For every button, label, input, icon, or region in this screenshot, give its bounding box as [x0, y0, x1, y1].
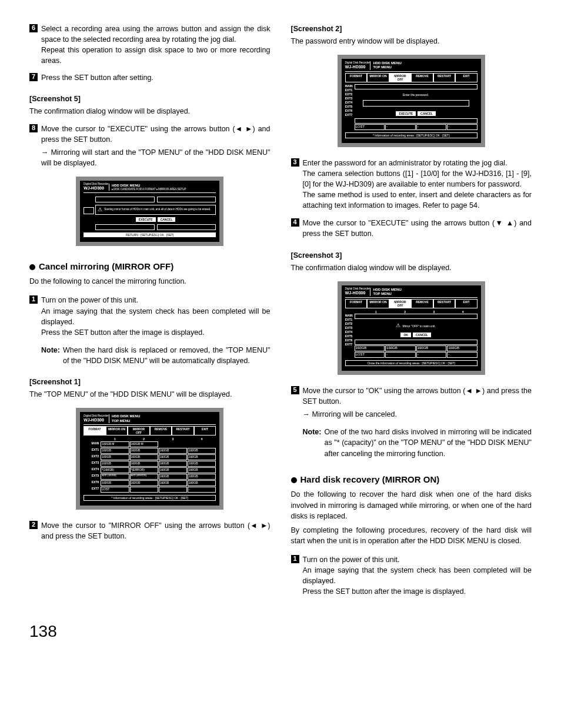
screenshot-1-desc: The "TOP MENU" of the "HDD DISK MENU" wi…	[29, 389, 271, 400]
cancel-step-1: 1 Turn on the power of this unit. An ima…	[29, 295, 271, 366]
recovery-p1: Do the following to recover the hard dis…	[291, 489, 532, 521]
screenshot-5-desc: The confirmation dialog window will be d…	[29, 106, 271, 117]
step3-b: The camera selection buttons ([1] - [10/…	[303, 169, 532, 188]
cancel-button[interactable]: CANCEL	[418, 111, 436, 116]
model-label: WJ-HD300	[345, 291, 368, 295]
arrow-left-right-icon: ◄ ►	[465, 387, 482, 395]
note-label: Note:	[303, 427, 322, 458]
mirror-off-msg: Mirror "OFF" in main unit.	[402, 324, 435, 328]
step-5: 5 Move the cursor to "OK" using the arro…	[291, 385, 532, 459]
note-body: One of the two hard disks involved in mi…	[324, 427, 532, 458]
step-number-badge: 2	[29, 521, 38, 529]
right-column: [Screenshot 2] The password entry window…	[291, 24, 532, 602]
recovery-step-1: 1 Turn on the power of this unit. An ima…	[291, 554, 532, 597]
c-step1-c: Press the SET button after the image is …	[41, 328, 205, 337]
bullet-icon	[291, 477, 297, 483]
r-step1-c: Press the SET button after the image is …	[303, 587, 466, 596]
execute-button[interactable]: EXECUTE	[396, 111, 416, 116]
footer-bar: * Information of recording areas : [SETU…	[345, 132, 477, 138]
menu-line-2: TOP MENU	[373, 65, 401, 69]
model-label: WJ-HD300	[84, 418, 106, 423]
step5-a: Move the cursor to "OK" using the arrows…	[303, 387, 466, 395]
ui-screenshot-password: Digital Disk Recorder WJ-HD300 HDD DISK …	[338, 55, 485, 147]
password-field[interactable]	[363, 100, 469, 107]
screenshot-2-label: [Screenshot 2]	[291, 24, 532, 34]
page-number: 138	[29, 620, 532, 644]
screenshot-3-label: [Screenshot 3]	[291, 250, 532, 261]
cancel-button[interactable]: CANCEL	[413, 333, 431, 337]
step-7-text: Press the SET button after setting.	[41, 74, 153, 82]
step3-a: Enter the password for an administrator …	[303, 159, 507, 167]
tab-restart[interactable]: RESTART	[172, 426, 194, 436]
screenshot-1-label: [Screenshot 1]	[29, 377, 271, 387]
menu-line-2: TOP MENU	[373, 292, 401, 296]
step-7: 7 Press the SET button after setting.	[29, 72, 271, 83]
arrow-down-up-icon: ▼ ▲	[495, 219, 514, 227]
arrow-left-right-icon: ◄ ►	[250, 521, 268, 530]
execute-button[interactable]: EXECUTE	[136, 217, 156, 222]
step-8-text-a: Move the cursor to "EXECUTE" using the a…	[41, 125, 235, 133]
step-number-badge: 8	[29, 124, 38, 132]
screenshot-3-desc: The confirmation dialog window will be d…	[291, 262, 532, 273]
warning-icon: ⚠	[396, 323, 400, 329]
ok-button[interactable]: OK	[400, 333, 411, 337]
note-label: Note:	[41, 345, 60, 366]
password-prompt: Enter the password.	[357, 93, 475, 97]
arrow-left-right-icon: ◄ ►	[235, 125, 253, 133]
menu-line-2: TOP MENU	[112, 419, 140, 423]
step-number-badge: 7	[29, 73, 38, 81]
footer-bar: Close the information of recording areas…	[345, 360, 477, 366]
ui-screenshot-top-menu: Digital Disk Recorder WJ-HD300 HDD DISK …	[76, 408, 223, 509]
bullet-icon	[29, 264, 35, 270]
c-step1-a: Turn on the power of this unit.	[41, 296, 138, 304]
screenshot-5-label: [Screenshot 5]	[29, 94, 271, 104]
footer-bar: * Information of recording areas : [SETU…	[84, 495, 216, 501]
menu-line-1: HDD DISK MENU	[112, 414, 140, 418]
r-step1-a: Turn on the power of this unit.	[303, 556, 400, 564]
menu-line-1: HDD DISK MENU	[112, 184, 186, 188]
tab-remove[interactable]: REMOVE	[150, 426, 172, 436]
tab-exit[interactable]: EXIT	[194, 426, 216, 436]
note-body: When the hard disk is replaced or remove…	[63, 345, 271, 366]
c-step2-a: Move the cursor to "MIRROR OFF" using th…	[41, 521, 250, 530]
hard-disk-recovery-heading: Hard disk recovery (MIRROR ON)	[291, 473, 532, 486]
step-number-badge: 1	[291, 555, 299, 563]
ui-screenshot-mirror-setup: Digital Disk Recorder WJ-HD300 HDD DISK …	[76, 177, 223, 245]
step5-result: → Mirroring will be canceled.	[303, 409, 532, 420]
cancel-button[interactable]: CANCEL	[158, 217, 176, 222]
cancel-mirroring-intro: Do the following to cancel the mirroring…	[29, 276, 271, 287]
menu-line-2: ▸DISK CANDIDATE FOR A FORMAT ▸MIRROR ARE…	[112, 188, 186, 191]
step-6-text-a: Select a recording area using the arrows…	[41, 25, 271, 44]
step-8-result: → Mirroring will start and the "TOP MENU…	[41, 147, 271, 168]
model-label: WJ-HD300	[345, 65, 368, 69]
step3-c: The same method is used to enter, insert…	[303, 191, 532, 210]
cancel-step-2: 2 Move the cursor to "MIRROR OFF" using …	[29, 520, 271, 541]
ui-screenshot-mirror-off-confirm: Digital Disk Recorder WJ-HD300 HDD DISK …	[338, 281, 485, 375]
step-4: 4 Move the cursor to "EXECUTE" using the…	[291, 218, 532, 239]
cancel-mirroring-heading: Cancel mirroring (MIRROR OFF)	[29, 260, 271, 273]
step-number-badge: 3	[291, 158, 299, 167]
step-6-text-b: Repeat this operation to assign disk spa…	[41, 46, 271, 65]
disk-table: 1 2 3 4 MAIN160GB M160GB M EXT1160GB160G…	[84, 437, 216, 493]
recovery-p2: By completing the following procedures, …	[291, 525, 532, 546]
step-8: 8 Move the cursor to "EXECUTE" using the…	[29, 124, 271, 169]
tab-format[interactable]: FORMAT	[84, 426, 106, 436]
step-6: 6 Select a recording area using the arro…	[29, 24, 271, 67]
warning-icon: ⚠	[98, 207, 102, 213]
c-step1-b: An image saying that the system check ha…	[41, 307, 271, 326]
menu-line-1: HDD DISK MENU	[373, 288, 401, 292]
tab-mirror-off[interactable]: MIRROR OFF	[128, 426, 150, 436]
step-number-badge: 4	[291, 218, 299, 227]
warning-text: Starting mirror format of HDDs in main u…	[104, 208, 211, 211]
step-number-badge: 5	[291, 386, 299, 394]
r-step1-b: An image saying that the system check ha…	[303, 566, 532, 585]
step4-a: Move the cursor to "EXECUTE" using the a…	[303, 219, 495, 227]
tab-mirror-on[interactable]: MIRROR ON	[106, 426, 128, 436]
footer-bar: RETURN : [SETUP/ESC] OK : [SET]	[84, 232, 216, 237]
recorder-label: Digital Disk Recorder	[345, 62, 370, 65]
menu-line-1: HDD DISK MENU	[373, 61, 401, 65]
step-number-badge: 1	[29, 295, 38, 304]
model-label: WJ-HD300	[84, 186, 106, 191]
step-3: 3 Enter the password for an administrato…	[291, 158, 532, 211]
step-number-badge: 6	[29, 24, 38, 32]
